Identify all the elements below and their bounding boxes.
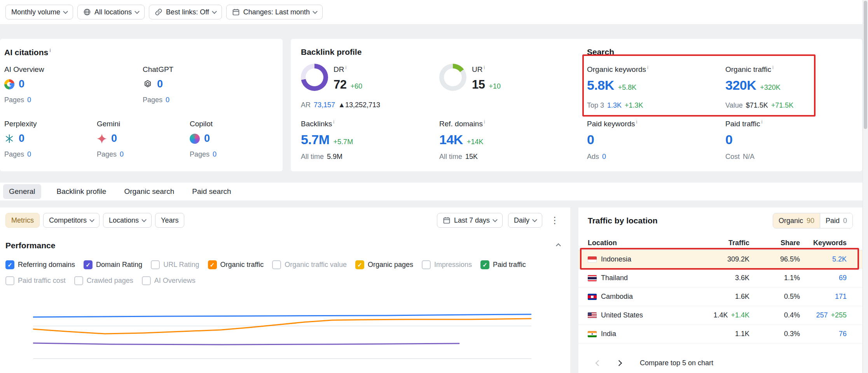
- metric-toggle-paid-traffic[interactable]: Paid traffic: [480, 260, 526, 269]
- backlinks-value-link[interactable]: 5.7M: [301, 132, 330, 147]
- metric-toggles-row-1: Referring domains Domain Rating URL Rati…: [0, 260, 570, 269]
- keywords-link[interactable]: 257: [816, 311, 828, 319]
- tab-paid-search[interactable]: Paid search: [190, 184, 233, 199]
- traffic-value-delta: +71.5K: [771, 101, 794, 110]
- metrics-button[interactable]: Metrics: [5, 213, 40, 228]
- thailand-flag-icon: [588, 275, 597, 281]
- chevron-down-icon: [63, 9, 68, 14]
- top3-value-link[interactable]: 1.3K: [607, 101, 622, 110]
- column-traffic[interactable]: Traffic: [672, 239, 749, 247]
- table-footer: Compare top 5 on chart: [578, 343, 862, 367]
- gemini-metric: Gemini 0 Pages0: [97, 120, 124, 159]
- changes-dropdown[interactable]: Changes: Last month: [226, 5, 323, 19]
- metric-toggle-paid-traffic-cost[interactable]: Paid traffic cost: [5, 276, 66, 285]
- ads-count-link[interactable]: 0: [602, 153, 606, 161]
- all-time-value: 15K: [465, 153, 478, 161]
- pages-label: Pages: [4, 150, 24, 159]
- metric-toggle-organic-traffic[interactable]: Organic traffic: [208, 260, 264, 269]
- metric-toggle-organic-traffic-value[interactable]: Organic traffic value: [272, 260, 347, 269]
- next-page-chevron-icon[interactable]: [616, 360, 622, 366]
- metric-toggle-crawled-pages[interactable]: Crawled pages: [74, 276, 133, 285]
- keywords-link[interactable]: 76: [839, 330, 847, 338]
- scrollbar-thumb[interactable]: [864, 1, 867, 129]
- performance-title: Performance: [5, 241, 55, 250]
- keywords-link[interactable]: 69: [839, 274, 847, 282]
- organic-segment[interactable]: Organic 90: [773, 213, 820, 228]
- pages-count-link[interactable]: 0: [213, 150, 217, 159]
- info-icon: [332, 119, 334, 128]
- metric-toggle-referring-domains[interactable]: Referring domains: [5, 260, 75, 269]
- tab-organic-search[interactable]: Organic search: [122, 184, 176, 199]
- traffic-value: 1.6K: [672, 293, 749, 301]
- ai-citations-count[interactable]: 0: [19, 132, 24, 145]
- backlinks-delta: +5.7M: [334, 138, 353, 146]
- ref-domains-value-link[interactable]: 14K: [439, 132, 463, 147]
- info-icon: [635, 119, 637, 128]
- keywords-link[interactable]: 171: [835, 293, 847, 301]
- all-locations-dropdown[interactable]: All locations: [77, 5, 145, 19]
- traffic-value: 1.4K+1.4K: [672, 311, 749, 319]
- prev-page-chevron-icon[interactable]: [596, 360, 602, 366]
- ai-source-name: Perplexity: [4, 120, 37, 128]
- chevron-down-icon: [493, 217, 498, 222]
- metric-toggle-ai-overviews[interactable]: AI Overviews: [142, 276, 196, 285]
- paid-traffic-value-link[interactable]: 0: [725, 132, 732, 147]
- performance-panel: Metrics Competitors Locations Years Last…: [0, 207, 570, 373]
- pages-count-link[interactable]: 0: [166, 96, 169, 104]
- checkbox-unchecked-icon: [151, 260, 160, 269]
- location-name: India: [601, 330, 616, 338]
- tab-backlink-profile[interactable]: Backlink profile: [54, 184, 109, 199]
- pages-count-link[interactable]: 0: [27, 150, 31, 159]
- column-share[interactable]: Share: [749, 239, 800, 247]
- link-icon: [155, 8, 162, 16]
- collapse-chevron-icon[interactable]: [557, 242, 560, 249]
- organic-traffic-value-link[interactable]: 320K: [725, 78, 756, 93]
- google-icon: [4, 79, 14, 89]
- granularity-dropdown[interactable]: Daily: [508, 213, 542, 228]
- checkbox-checked-icon: [480, 260, 489, 269]
- column-location[interactable]: Location: [588, 239, 672, 247]
- ai-citations-count[interactable]: 0: [204, 132, 210, 145]
- best-links-label: Best links: Off: [166, 8, 209, 16]
- ai-citations-count[interactable]: 0: [111, 132, 117, 145]
- years-button[interactable]: Years: [155, 213, 184, 228]
- kebab-menu-icon[interactable]: ⋮: [548, 215, 562, 226]
- table-row-india[interactable]: India 1.1K 0.3% 76: [578, 325, 862, 343]
- table-row-thailand[interactable]: Thailand 3.6K 1.1% 69: [578, 269, 862, 288]
- table-row-united-states[interactable]: United States 1.4K+1.4K 0.4% 257+255: [578, 306, 862, 325]
- pages-count-link[interactable]: 0: [120, 150, 124, 159]
- ur-value: 15: [472, 78, 485, 92]
- date-range-dropdown[interactable]: Last 7 days: [437, 213, 503, 228]
- ai-citations-count[interactable]: 0: [19, 78, 24, 90]
- paid-traffic-metric: Paid traffic 0 Cost N/A: [725, 119, 762, 161]
- compare-top5-link[interactable]: Compare top 5 on chart: [640, 359, 713, 367]
- vertical-scrollbar[interactable]: [863, 0, 868, 373]
- ar-value-link[interactable]: 73,157: [314, 101, 335, 109]
- competitors-dropdown[interactable]: Competitors: [43, 213, 100, 228]
- traffic-value: 3.6K: [672, 274, 749, 282]
- checkbox-checked-icon: [208, 260, 217, 269]
- paid-segment[interactable]: Paid 0: [820, 213, 852, 228]
- location-name: Cambodia: [601, 293, 633, 301]
- share-value: 1.1%: [749, 274, 800, 282]
- locations-dropdown[interactable]: Locations: [103, 213, 152, 228]
- keywords-link[interactable]: 5.2K: [832, 255, 847, 263]
- metric-toggle-url-rating[interactable]: URL Rating: [151, 260, 199, 269]
- ai-source-name: ChatGPT: [143, 65, 173, 74]
- ai-citations-count[interactable]: 0: [157, 78, 163, 90]
- pages-count-link[interactable]: 0: [27, 96, 31, 104]
- metric-toggle-domain-rating[interactable]: Domain Rating: [84, 260, 142, 269]
- monthly-volume-dropdown[interactable]: Monthly volume: [5, 5, 73, 19]
- table-row-indonesia[interactable]: Indonesia 309.2K 96.5% 5.2K: [578, 250, 862, 269]
- table-row-cambodia[interactable]: Cambodia 1.6K 0.5% 171: [578, 288, 862, 306]
- organic-keywords-metric: Organic keywords 5.8K+5.8K Top 3 1.3K +1…: [587, 64, 648, 110]
- metric-toggle-impressions[interactable]: Impressions: [422, 260, 472, 269]
- ref-domains-delta: +14K: [467, 138, 484, 146]
- paid-keywords-value-link[interactable]: 0: [587, 132, 594, 147]
- metric-toggle-organic-pages[interactable]: Organic pages: [355, 260, 413, 269]
- best-links-dropdown[interactable]: Best links: Off: [149, 5, 222, 19]
- traffic-value: 309.2K: [672, 255, 749, 263]
- column-keywords[interactable]: Keywords: [800, 239, 847, 247]
- tab-general[interactable]: General: [3, 184, 41, 199]
- organic-keywords-value-link[interactable]: 5.8K: [587, 78, 614, 93]
